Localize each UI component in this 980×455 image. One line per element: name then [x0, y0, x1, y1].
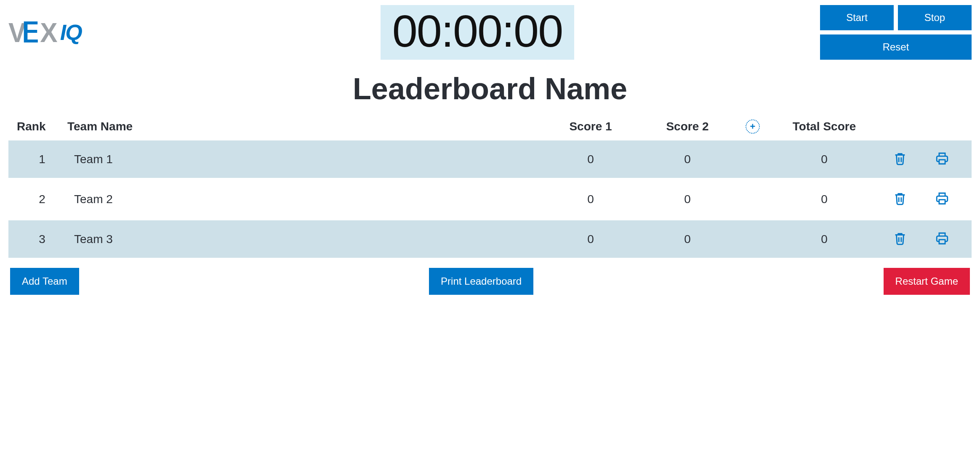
- logo-iq-glyph: IQ: [57, 20, 82, 45]
- cell-team-name[interactable]: Team 1: [67, 153, 542, 166]
- print-team-button[interactable]: [933, 190, 951, 209]
- timer-controls: Start Stop Reset: [820, 5, 972, 60]
- cell-score-1[interactable]: 0: [542, 233, 639, 246]
- table-row: 2 Team 2 0 0 0: [8, 180, 972, 218]
- cell-score-2[interactable]: 0: [639, 233, 736, 246]
- table-row: 3 Team 3 0 0 0: [8, 220, 972, 258]
- cell-score-2[interactable]: 0: [639, 193, 736, 206]
- stop-button[interactable]: Stop: [898, 5, 972, 30]
- vex-iq-logo: VƎX IQ: [8, 16, 135, 49]
- print-team-button[interactable]: [933, 230, 951, 249]
- cell-team-name[interactable]: Team 2: [67, 193, 542, 206]
- leaderboard-table: Rank Team Name Score 1 Score 2 + Total S…: [8, 116, 972, 258]
- trash-icon: [893, 191, 907, 206]
- delete-team-button[interactable]: [891, 230, 909, 249]
- delete-team-button[interactable]: [891, 190, 909, 209]
- header-rank: Rank: [17, 120, 67, 133]
- print-team-button[interactable]: [933, 150, 951, 169]
- cell-total-score: 0: [770, 193, 879, 206]
- cell-team-name[interactable]: Team 3: [67, 233, 542, 246]
- cell-score-2[interactable]: 0: [639, 153, 736, 166]
- leaderboard-title[interactable]: Leaderboard Name: [8, 71, 972, 106]
- restart-game-button[interactable]: Restart Game: [884, 268, 970, 295]
- print-leaderboard-button[interactable]: Print Leaderboard: [429, 268, 533, 295]
- reset-button[interactable]: Reset: [820, 34, 972, 60]
- timer-display: 00:00:00: [381, 5, 574, 60]
- header-score-1: Score 1: [542, 120, 639, 133]
- header-total-score: Total Score: [770, 120, 879, 133]
- footer-actions: Add Team Print Leaderboard Restart Game: [8, 268, 972, 295]
- cell-rank: 1: [17, 153, 67, 166]
- header-bar: VƎX IQ 00:00:00 Start Stop Reset: [8, 5, 972, 60]
- cell-score-1[interactable]: 0: [542, 193, 639, 206]
- cell-total-score: 0: [770, 153, 879, 166]
- cell-score-1[interactable]: 0: [542, 153, 639, 166]
- header-team-name: Team Name: [67, 120, 542, 133]
- logo-x-glyph: X: [40, 17, 55, 48]
- printer-icon: [935, 231, 949, 246]
- cell-rank: 2: [17, 193, 67, 206]
- logo-v-glyph: V: [8, 17, 23, 48]
- cell-total-score: 0: [770, 233, 879, 246]
- table-header-row: Rank Team Name Score 1 Score 2 + Total S…: [8, 116, 972, 140]
- delete-team-button[interactable]: [891, 150, 909, 169]
- logo-e-glyph: Ǝ: [23, 16, 40, 49]
- printer-icon: [935, 191, 949, 206]
- table-row: 1 Team 1 0 0 0: [8, 140, 972, 178]
- add-score-column-button[interactable]: +: [746, 119, 760, 134]
- add-team-button[interactable]: Add Team: [10, 268, 79, 295]
- trash-icon: [893, 231, 907, 246]
- header-score-2: Score 2: [639, 120, 736, 133]
- printer-icon: [935, 151, 949, 166]
- trash-icon: [893, 151, 907, 166]
- start-button[interactable]: Start: [820, 5, 894, 30]
- plus-icon: +: [750, 122, 756, 131]
- cell-rank: 3: [17, 233, 67, 246]
